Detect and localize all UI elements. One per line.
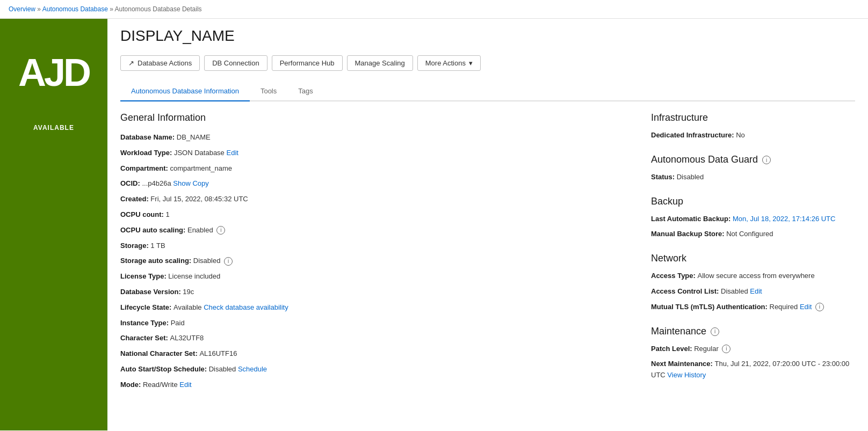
sidebar-logo: AJD: [11, 30, 97, 115]
storage-scaling-info-icon[interactable]: i: [224, 257, 233, 266]
maintenance-section: Maintenance i Patch Level: Regular i Nex…: [651, 326, 855, 381]
field-ocid: OCID: ...p4b26a Show Copy: [120, 178, 630, 189]
field-last-backup: Last Automatic Backup: Mon, Jul 18, 2022…: [651, 214, 855, 225]
field-ocpu-count: OCPU count: 1: [120, 209, 630, 221]
field-data-guard-status: Status: Disabled: [651, 172, 855, 183]
field-mode: Mode: Read/Write Edit: [120, 379, 630, 391]
field-workload-type: Workload Type: JSON Database Edit: [120, 148, 630, 159]
content-area: General Information Database Name: DB_NA…: [120, 112, 855, 395]
mtls-edit-link[interactable]: Edit: [800, 303, 812, 311]
field-patch-level: Patch Level: Regular i: [651, 344, 855, 355]
field-next-maintenance: Next Maintenance: Thu, Jul 21, 2022, 07:…: [651, 359, 855, 381]
tab-tags[interactable]: Tags: [287, 82, 323, 101]
field-manual-backup: Manual Backup Store: Not Configured: [651, 229, 855, 240]
network-title: Network: [651, 253, 855, 264]
manage-scaling-button[interactable]: Manage Scaling: [347, 55, 413, 71]
left-panel: General Information Database Name: DB_NA…: [120, 112, 630, 395]
ocid-show-link[interactable]: Show: [173, 179, 191, 187]
performance-hub-button[interactable]: Performance Hub: [272, 55, 343, 71]
field-access-control-list: Access Control List: Disabled Edit: [651, 286, 855, 297]
data-guard-section: Autonomous Data Guard i Status: Disabled: [651, 154, 855, 183]
data-guard-title: Autonomous Data Guard i: [651, 154, 855, 165]
dropdown-arrow-icon: ▾: [469, 59, 473, 67]
check-db-availability-link[interactable]: Check database availability: [204, 303, 288, 311]
data-guard-info-icon[interactable]: i: [762, 156, 771, 164]
patch-level-info-icon[interactable]: i: [722, 345, 730, 353]
db-connection-button[interactable]: DB Connection: [204, 55, 267, 71]
general-info-title: General Information: [120, 112, 630, 123]
infrastructure-title: Infrastructure: [651, 112, 855, 123]
field-storage-auto-scaling: Storage auto scaling: Disabled i: [120, 255, 630, 267]
field-storage: Storage: 1 TB: [120, 240, 630, 252]
field-character-set: Character Set: AL32UTF8: [120, 333, 630, 344]
database-actions-button[interactable]: ↗ Database Actions: [120, 55, 200, 71]
mode-edit-link[interactable]: Edit: [179, 381, 191, 389]
right-panel: Infrastructure Dedicated Infrastructure:…: [651, 112, 855, 395]
field-auto-start-stop: Auto Start/Stop Schedule: Disabled Sched…: [120, 364, 630, 375]
sidebar: AJD AVAILABLE: [0, 19, 107, 430]
field-compartment: Compartment: compartment_name: [120, 163, 630, 174]
mtls-info-icon[interactable]: i: [815, 303, 824, 311]
field-created: Created: Fri, Jul 15, 2022, 08:45:32 UTC: [120, 194, 630, 205]
field-license-type: License Type: License included: [120, 271, 630, 282]
ocid-copy-link[interactable]: Copy: [192, 179, 208, 187]
acl-edit-link[interactable]: Edit: [750, 287, 762, 295]
tab-bar: Autonomous Database Information Tools Ta…: [120, 82, 855, 101]
backup-section: Backup Last Automatic Backup: Mon, Jul 1…: [651, 196, 855, 240]
field-access-type: Access Type: Allow secure access from ev…: [651, 271, 855, 282]
network-section: Network Access Type: Allow secure access…: [651, 253, 855, 312]
workload-type-edit-link[interactable]: Edit: [226, 149, 238, 157]
more-actions-button[interactable]: More Actions ▾: [417, 55, 481, 71]
schedule-link[interactable]: Schedule: [238, 365, 267, 373]
action-bar: ↗ Database Actions DB Connection Perform…: [120, 55, 855, 71]
breadcrumb-autonomous-db[interactable]: Autonomous Database: [42, 5, 108, 13]
view-history-link[interactable]: View History: [667, 371, 706, 379]
field-national-character-set: National Character Set: AL16UTF16: [120, 348, 630, 360]
maintenance-title: Maintenance i: [651, 326, 855, 337]
sidebar-logo-text: AJD: [18, 50, 89, 94]
field-instance-type: Instance Type: Paid: [120, 318, 630, 329]
main-content: DISPLAY_NAME ↗ Database Actions DB Conne…: [107, 19, 868, 430]
field-database-name: Database Name: DB_NAME: [120, 132, 630, 143]
field-lifecycle-state: Lifecycle State: Available Check databas…: [120, 302, 630, 313]
backup-title: Backup: [651, 196, 855, 207]
field-ocpu-auto-scaling: OCPU auto scaling: Enabled i: [120, 225, 630, 236]
last-backup-link[interactable]: Mon, Jul 18, 2022, 17:14:26 UTC: [733, 215, 836, 223]
field-mtls: Mutual TLS (mTLS) Authentication: Requir…: [651, 302, 855, 313]
external-link-icon: ↗: [128, 59, 134, 67]
breadcrumb: Overview » Autonomous Database » Autonom…: [0, 0, 868, 19]
tab-tools[interactable]: Tools: [250, 82, 287, 101]
breadcrumb-current: Autonomous Database Details: [115, 5, 202, 13]
tab-adb-info[interactable]: Autonomous Database Information: [120, 82, 250, 101]
field-dedicated-infra: Dedicated Infrastructure: No: [651, 130, 855, 141]
maintenance-info-icon[interactable]: i: [711, 327, 719, 336]
sidebar-status: AVAILABLE: [33, 124, 74, 132]
breadcrumb-overview[interactable]: Overview: [9, 5, 35, 13]
ocpu-scaling-info-icon[interactable]: i: [216, 226, 225, 235]
page-title: DISPLAY_NAME: [120, 27, 855, 45]
infrastructure-section: Infrastructure Dedicated Infrastructure:…: [651, 112, 855, 141]
field-database-version: Database Version: 19c: [120, 287, 630, 298]
